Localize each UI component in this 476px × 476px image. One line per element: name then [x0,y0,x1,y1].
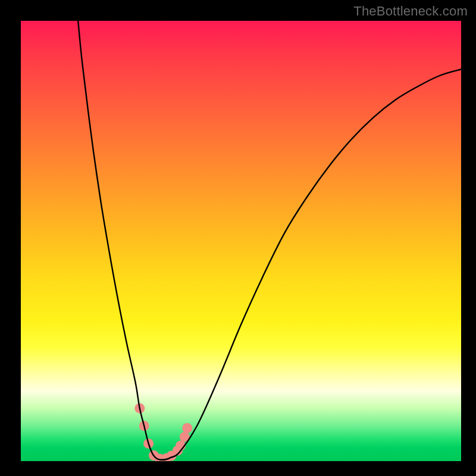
curve-line [78,21,461,460]
marker-dots [134,403,192,461]
chart-svg [21,21,461,461]
chart-plot-area [21,21,461,461]
chart-frame: TheBottleneck.com [0,0,476,476]
marker-dot [182,423,192,433]
watermark-text: TheBottleneck.com [353,4,468,19]
